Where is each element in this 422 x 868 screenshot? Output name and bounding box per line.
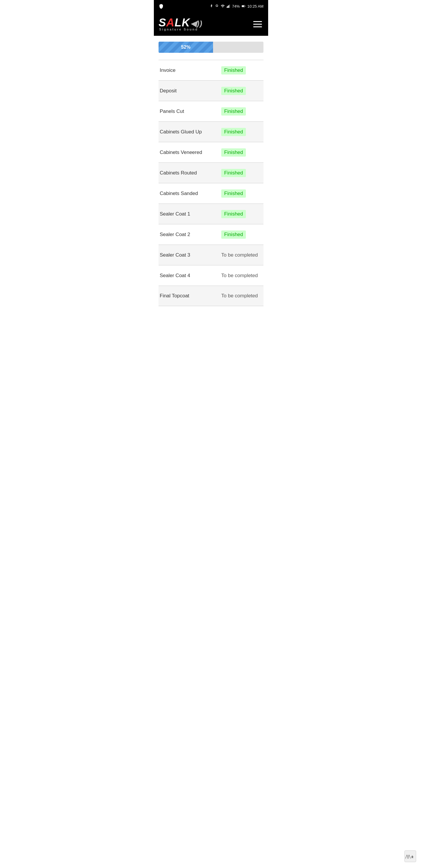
svg-rect-5 [242,6,244,7]
task-status: Finished [221,66,262,74]
svg-rect-1 [228,6,228,8]
task-row[interactable]: Sealer Coat 2Finished [159,224,263,245]
task-row[interactable]: Cabinets RoutedFinished [159,162,263,183]
task-status: Finished [221,210,262,218]
progress-bar-fill: 52% [159,42,213,53]
task-name: Panels Cut [160,108,221,114]
status-left [159,3,164,9]
svg-rect-6 [245,6,245,6]
svg-rect-3 [229,4,230,8]
task-row[interactable]: Cabinets SandedFinished [159,183,263,204]
task-row[interactable]: DepositFinished [159,80,263,101]
hamburger-line-3 [253,26,262,27]
task-status: Finished [221,230,262,239]
task-status: Finished [221,128,262,136]
app-header: SALK◀)) Signature Sound [154,12,268,36]
task-status: Finished [221,189,262,198]
finished-badge: Finished [221,128,246,136]
task-status: Finished [221,87,262,95]
task-name: Cabinets Sanded [160,191,221,196]
task-row[interactable]: Sealer Coat 3To be completed [159,245,263,265]
svg-rect-0 [227,6,227,8]
task-name: Invoice [160,67,221,73]
app-logo: SALK◀)) Signature Sound [159,17,202,31]
shield-icon [159,3,164,9]
task-status: To be completed [221,252,262,258]
battery-icon [241,4,246,8]
progress-bar-wrapper: 52% [159,42,263,53]
task-name: Cabinets Veneered [160,150,221,155]
task-row[interactable]: Cabinets VeneeredFinished [159,142,263,162]
hamburger-menu[interactable] [252,20,263,29]
finished-badge: Finished [221,87,246,95]
task-row[interactable]: Cabinets Glued UpFinished [159,121,263,142]
hamburger-line-2 [253,24,262,25]
task-status: Finished [221,169,262,177]
task-row[interactable]: Final TopcoatTo be completed [159,286,263,306]
task-status: Finished [221,107,262,116]
finished-badge: Finished [221,169,246,177]
battery-percentage: 74% [232,4,240,8]
task-list: InvoiceFinishedDepositFinishedPanels Cut… [159,60,263,306]
finished-badge: Finished [221,107,246,116]
task-name: Sealer Coat 1 [160,211,221,217]
task-status: To be completed [221,273,262,279]
alarm-icon [215,4,219,8]
task-row[interactable]: Panels CutFinished [159,101,263,121]
task-name: Final Topcoat [160,293,221,299]
task-status: Finished [221,148,262,157]
bluetooth-icon [209,4,213,8]
svg-rect-2 [228,5,229,8]
finished-badge: Finished [221,210,246,218]
hamburger-line-1 [253,21,262,22]
task-name: Cabinets Glued Up [160,129,221,135]
task-name: Sealer Coat 4 [160,273,221,279]
task-row[interactable]: InvoiceFinished [159,60,263,80]
task-row[interactable]: Sealer Coat 4To be completed [159,265,263,286]
task-name: Deposit [160,88,221,94]
status-right: 74% 10:25 AM [209,4,263,8]
task-row[interactable]: Sealer Coat 1Finished [159,204,263,224]
progress-container: 52% [159,42,263,53]
finished-badge: Finished [221,66,246,74]
task-status: To be completed [221,293,262,299]
clock-time: 10:25 AM [247,4,263,8]
main-content: 52% InvoiceFinishedDepositFinishedPanels… [154,36,268,306]
finished-badge: Finished [221,148,246,157]
task-name: Cabinets Routed [160,170,221,176]
finished-badge: Finished [221,230,246,239]
logo-text: SALK◀)) [159,17,202,28]
task-name: Sealer Coat 2 [160,232,221,238]
finished-badge: Finished [221,189,246,198]
logo-subtitle: Signature Sound [159,28,198,31]
signal-icon [227,4,231,8]
wifi-icon [220,4,225,8]
progress-label: 52% [181,44,191,50]
status-bar: 74% 10:25 AM [154,0,268,12]
task-name: Sealer Coat 3 [160,252,221,258]
